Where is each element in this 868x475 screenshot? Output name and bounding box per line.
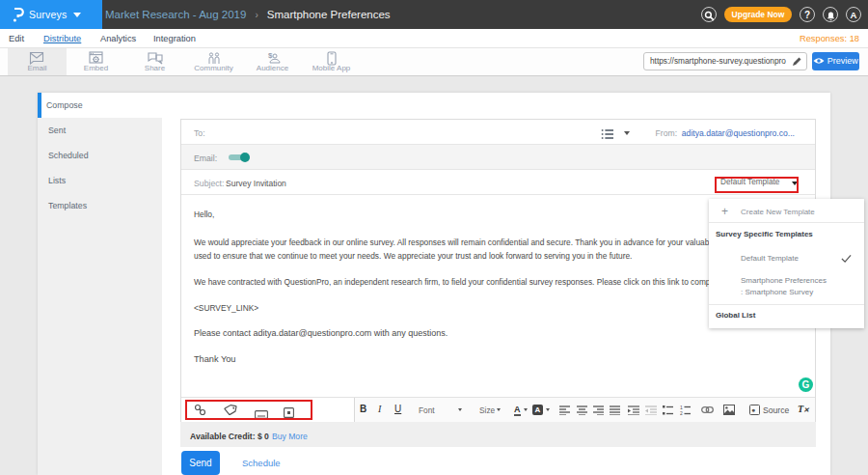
svg-text:●: ● — [751, 406, 755, 413]
svg-text:2: 2 — [680, 410, 683, 415]
svg-text:$: $ — [268, 51, 273, 60]
